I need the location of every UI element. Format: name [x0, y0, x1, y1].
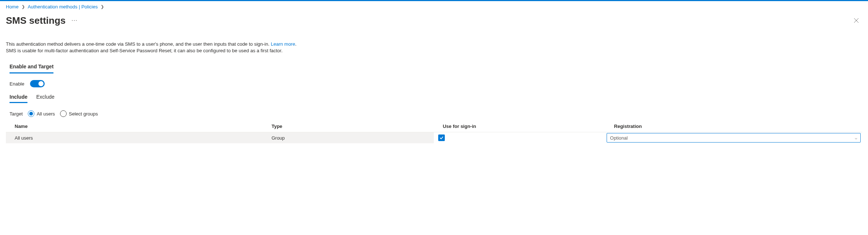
- page-title: SMS settings: [6, 15, 66, 26]
- table-header-registration: Registration: [605, 121, 862, 132]
- breadcrumb-home[interactable]: Home: [6, 4, 19, 10]
- use-for-signin-checkbox[interactable]: [438, 134, 445, 141]
- radio-all-users-label: All users: [37, 111, 55, 117]
- targets-table: Name Type Use for sign-in Registration A…: [6, 121, 862, 143]
- table-header-signin: Use for sign-in: [434, 121, 605, 132]
- description-line1: This authentication method delivers a on…: [6, 41, 271, 47]
- tab-exclude[interactable]: Exclude: [36, 94, 55, 103]
- cell-name: All users: [6, 132, 263, 144]
- breadcrumb-auth-methods[interactable]: Authentication methods | Policies: [28, 4, 98, 10]
- toggle-knob: [38, 81, 44, 86]
- radio-select-groups-label: Select groups: [69, 111, 98, 117]
- description-text: This authentication method delivers a on…: [6, 41, 862, 54]
- cell-registration: Optional ⌵: [605, 132, 862, 144]
- cell-signin: [434, 132, 605, 144]
- enable-toggle[interactable]: [30, 80, 45, 87]
- table-header-name: Name: [6, 121, 263, 132]
- description-period: .: [295, 41, 297, 47]
- more-actions-icon[interactable]: ···: [71, 17, 77, 24]
- learn-more-link[interactable]: Learn more: [271, 41, 295, 47]
- section-tab-enable-target[interactable]: Enable and Target: [10, 64, 53, 73]
- radio-select-groups[interactable]: Select groups: [60, 110, 98, 117]
- cell-type: Group: [263, 132, 434, 144]
- chevron-right-icon: ❯: [101, 4, 104, 9]
- radio-all-users[interactable]: All users: [28, 110, 55, 117]
- chevron-down-icon: ⌵: [855, 136, 857, 140]
- check-icon: [439, 136, 444, 140]
- close-button[interactable]: [850, 15, 862, 26]
- registration-select[interactable]: Optional ⌵: [607, 133, 861, 143]
- radio-circle-icon: [28, 110, 34, 117]
- description-line2: SMS is usable for multi-factor authentic…: [6, 48, 283, 53]
- tab-include[interactable]: Include: [10, 94, 27, 103]
- close-icon: [854, 18, 859, 23]
- chevron-right-icon: ❯: [22, 4, 25, 9]
- table-row: All users Group Optional ⌵: [6, 132, 862, 144]
- breadcrumb: Home ❯ Authentication methods | Policies…: [6, 4, 862, 10]
- enable-label: Enable: [10, 81, 24, 87]
- radio-circle-icon: [60, 110, 67, 117]
- target-label: Target: [10, 111, 23, 117]
- registration-select-value: Optional: [610, 135, 627, 141]
- table-header-type: Type: [263, 121, 434, 132]
